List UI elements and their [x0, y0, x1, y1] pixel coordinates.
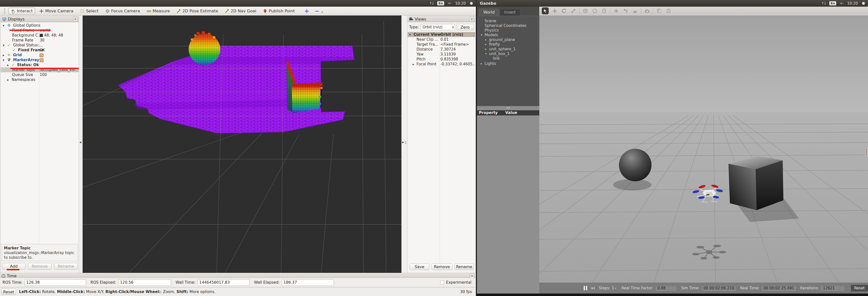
move-camera-tool-button[interactable]: Move Camera — [37, 8, 76, 14]
select-mode-button[interactable] — [542, 7, 549, 14]
wall-elapsed-field[interactable]: 186.37 — [282, 279, 334, 286]
expand-arrow[interactable]: ▼ — [480, 33, 482, 37]
expand-arrow[interactable]: ▼ — [409, 32, 411, 37]
row-value[interactable]: 0.01 — [440, 37, 475, 42]
unit-box[interactable] — [728, 156, 783, 210]
insert-box-button[interactable] — [582, 7, 589, 14]
expand-arrow[interactable]: ▼ — [485, 52, 487, 56]
add-tool-button[interactable]: + — [304, 8, 309, 14]
right-panel-handle[interactable] — [865, 148, 868, 156]
expand-arrow[interactable]: ▼ — [3, 43, 4, 48]
pause-button[interactable] — [584, 286, 587, 290]
add-display-button[interactable]: Add — [2, 263, 25, 270]
rename-view-button[interactable]: Rename — [455, 263, 474, 270]
expand-arrow[interactable]: ▶ — [485, 42, 487, 47]
row-value[interactable]: 7.30724 — [440, 47, 475, 52]
gazebo-3d-viewport[interactable] — [539, 15, 868, 283]
volume-muted-icon[interactable] — [840, 1, 844, 5]
expand-arrow[interactable]: ▶ — [485, 37, 487, 42]
close-icon[interactable]: × — [469, 17, 474, 22]
paste-button[interactable] — [665, 7, 672, 14]
displays-panel-header[interactable]: Displays × — [1, 16, 79, 22]
ros-elapsed-field[interactable]: 120.56 — [118, 279, 171, 286]
tree-item-models[interactable]: ▼Models — [478, 33, 538, 37]
tree-item-ground-plane[interactable]: ▶ground_plane — [478, 37, 538, 42]
collapse-left-icon[interactable]: ◀ — [80, 141, 82, 144]
rename-display-button[interactable]: Rename — [54, 263, 78, 270]
splitter-grip[interactable] — [405, 141, 407, 144]
display-row-markerarray[interactable]: ▼ MarkerArray ✓ — [1, 57, 79, 62]
tree-item-physics[interactable]: Physics — [478, 28, 538, 33]
panel-splitter[interactable] — [477, 106, 539, 110]
row-value[interactable]: 30 — [40, 38, 78, 43]
current-view-row[interactable]: ▼ Current View Orbit (rviz) — [408, 32, 475, 37]
spinner-icons[interactable]: ▲▼ — [453, 26, 454, 29]
reset-world-button[interactable]: Reset — [851, 285, 868, 291]
expand-arrow[interactable]: ▼ — [3, 23, 4, 28]
collapse-right-icon[interactable]: ▶ — [402, 141, 404, 144]
steps-dropdown-icon[interactable]: ▾ — [615, 287, 616, 290]
close-icon[interactable]: × — [470, 273, 474, 278]
copy-button[interactable] — [656, 7, 662, 14]
rotate-mode-button[interactable] — [560, 7, 567, 14]
unit-sphere[interactable] — [619, 149, 651, 181]
row-value[interactable]: 0.835398 — [440, 57, 475, 62]
publish-point-tool-button[interactable]: Publish Point — [260, 8, 297, 14]
clock-indicator[interactable]: 10:20 — [455, 1, 466, 6]
display-row-global-options[interactable]: ▼ Global Options — [1, 23, 79, 28]
tree-item-spherical-coordinates[interactable]: Spherical Coordinates — [478, 24, 538, 28]
views-panel-header[interactable]: Views × — [408, 16, 475, 22]
toolbar-drag-handle[interactable] — [4, 8, 5, 14]
view-row-distance[interactable]: Distance 7.30724 — [408, 47, 475, 52]
zero-button[interactable]: Zero — [457, 24, 474, 30]
left-splitter[interactable]: ◀ — [79, 16, 83, 279]
expand-arrow[interactable]: ▶ — [480, 61, 482, 66]
save-view-button[interactable]: Save — [410, 263, 429, 270]
tree-item-link[interactable]: link — [478, 56, 538, 61]
screenshot-button[interactable] — [644, 7, 651, 14]
remove-tool-button[interactable]: − ▾ — [314, 8, 323, 14]
display-row-status-ok[interactable]: ▶ ✓ Status: Ok — [1, 62, 79, 67]
expand-arrow[interactable]: ▼ — [3, 58, 4, 63]
view-row-focal-point[interactable]: ▶ Focal Point -0.33742; 0.4605... — [408, 62, 475, 67]
session-gear-icon[interactable] — [469, 1, 473, 5]
network-indicator-icon[interactable]: ↑↓ — [821, 1, 826, 6]
display-row-frame-rate[interactable]: Frame Rate 30 — [1, 38, 79, 43]
keyboard-indicator[interactable]: En — [437, 1, 444, 5]
enabled-checkbox[interactable]: ✓ — [40, 58, 43, 62]
view-type-dropdown[interactable]: Orbit (rviz) ▲▼ — [421, 24, 455, 30]
nav-goal-tool-button[interactable]: 2D Nav Goal — [222, 8, 259, 14]
reset-time-button[interactable]: Reset — [1, 289, 16, 295]
remove-view-button[interactable]: Remove — [431, 263, 453, 270]
tree-item-unit-sphere[interactable]: ▶unit_sphere_1 — [478, 47, 538, 52]
expand-arrow[interactable]: ▶ — [412, 62, 414, 67]
row-value[interactable]: 3.11039 — [440, 52, 475, 57]
clock-indicator[interactable]: 10:20 — [847, 1, 858, 6]
pose-estimate-tool-button[interactable]: 2D Pose Estimate — [174, 8, 221, 14]
focus-camera-tool-button[interactable]: Focus Camera — [103, 8, 143, 14]
row-value[interactable]: 48; 48; 48 — [40, 33, 78, 38]
measure-tool-button[interactable]: Measure — [144, 8, 173, 14]
tree-item-lights[interactable]: ▶Lights — [478, 61, 538, 66]
tree-item-scene[interactable]: Scene — [478, 19, 538, 24]
row-value[interactable]: -0.33742; 0.4605... — [440, 62, 475, 67]
expand-arrow[interactable]: ▶ — [7, 63, 9, 67]
close-icon[interactable]: × — [73, 17, 78, 22]
translate-mode-button[interactable] — [551, 7, 558, 14]
volume-muted-icon[interactable] — [447, 1, 452, 5]
view-row-yaw[interactable]: Yaw 3.11039 — [408, 52, 475, 57]
view-row-pitch[interactable]: Pitch 0.835398 — [408, 57, 475, 62]
enabled-checkbox[interactable]: ✓ — [40, 54, 43, 57]
insert-cylinder-button[interactable] — [601, 7, 608, 14]
right-splitter[interactable]: ▶ — [401, 16, 407, 279]
wall-time-field[interactable]: 1446456017.83 — [197, 279, 250, 286]
tree-item-firefly[interactable]: ▶firefly — [478, 42, 538, 47]
display-row-fixed-frame-status[interactable]: ✓ Fixed Frame OK — [1, 48, 79, 53]
remove-display-button[interactable]: Remove — [28, 263, 52, 270]
tab-world[interactable]: World — [479, 9, 499, 16]
insert-sphere-button[interactable] — [591, 7, 598, 14]
view-row-target-frame[interactable]: Target Fra... <Fixed Frame> — [408, 42, 475, 47]
display-row-namespaces[interactable]: ▶ Namespaces — [1, 77, 79, 82]
expand-arrow[interactable]: ▶ — [485, 47, 487, 52]
interact-tool-button[interactable]: Interact — [8, 8, 35, 14]
